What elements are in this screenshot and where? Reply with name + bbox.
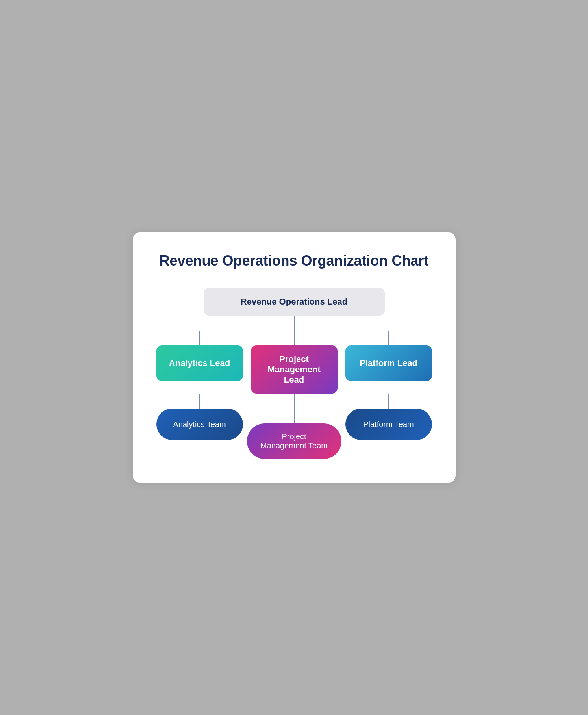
root-node: Revenue Operations Lead bbox=[204, 288, 385, 316]
platform-lead-v-top bbox=[388, 331, 389, 345]
analytics-lead-v-top bbox=[199, 331, 200, 345]
analytics-team-v bbox=[199, 394, 200, 409]
platform-lead-col: Platform Lead bbox=[345, 331, 432, 394]
platform-team-v bbox=[388, 394, 389, 409]
analytics-lead-col: Analytics Lead bbox=[156, 331, 243, 394]
org-chart: Revenue Operations Lead Analytics Lead bbox=[148, 288, 440, 459]
analytics-lead-label: Analytics Lead bbox=[169, 358, 230, 368]
analytics-lead-node: Analytics Lead bbox=[156, 345, 243, 381]
pm-lead-col: Project Management Lead bbox=[251, 331, 338, 394]
pm-team-label: Project Management Team bbox=[258, 432, 330, 450]
analytics-team-col: Analytics Team bbox=[156, 394, 243, 459]
three-branch: Analytics Lead Project Management Lead P… bbox=[148, 331, 440, 459]
root-connector bbox=[294, 316, 295, 331]
platform-team-col: Platform Team bbox=[345, 394, 432, 459]
pm-team-v bbox=[294, 394, 295, 423]
team-nodes-row: Analytics Team Project Management Team P… bbox=[156, 394, 432, 459]
pm-lead-node: Project Management Lead bbox=[251, 345, 338, 394]
platform-team-label: Platform Team bbox=[363, 420, 414, 429]
pm-lead-label: Project Management Lead bbox=[262, 354, 326, 385]
analytics-team-label: Analytics Team bbox=[173, 420, 226, 429]
lead-nodes-row: Analytics Lead Project Management Lead P… bbox=[156, 331, 432, 394]
horizontal-connector bbox=[200, 331, 389, 331]
org-chart-card: Revenue Operations Organization Chart Re… bbox=[133, 232, 456, 483]
analytics-team-node: Analytics Team bbox=[156, 409, 243, 440]
chart-title: Revenue Operations Organization Chart bbox=[148, 252, 440, 269]
platform-lead-label: Platform Lead bbox=[360, 358, 417, 368]
pm-team-node: Project Management Team bbox=[247, 423, 341, 459]
platform-team-node: Platform Team bbox=[345, 409, 432, 440]
root-label: Revenue Operations Lead bbox=[241, 297, 347, 306]
platform-lead-node: Platform Lead bbox=[345, 345, 432, 381]
pm-team-col: Project Management Team bbox=[251, 394, 338, 459]
pm-lead-v-top bbox=[294, 331, 295, 345]
